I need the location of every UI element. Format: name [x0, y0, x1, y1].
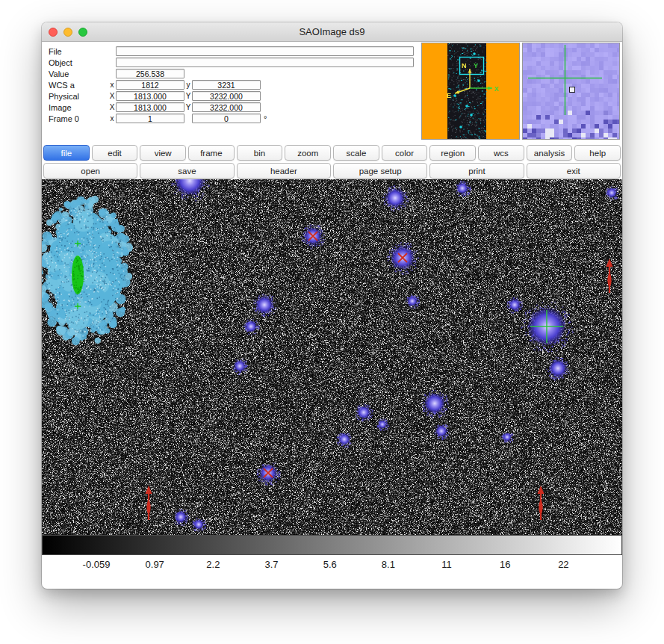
menu-bin[interactable]: bin	[237, 145, 283, 161]
info-row: ImageXY	[49, 102, 414, 113]
info-field[interactable]	[192, 114, 261, 123]
info-sublabel: X	[108, 92, 116, 100]
info-label: Object	[49, 58, 108, 67]
menu-view[interactable]: view	[140, 145, 186, 161]
info-field[interactable]	[192, 102, 261, 112]
info-field[interactable]	[116, 58, 414, 67]
info-row: Frame 0x°	[49, 113, 414, 124]
action-save[interactable]: save	[140, 163, 234, 179]
info-row: Value	[49, 68, 414, 79]
info-row: File	[49, 46, 414, 57]
menu-region[interactable]: region	[429, 145, 476, 161]
menu-frame[interactable]: frame	[188, 145, 235, 161]
maximize-button[interactable]	[78, 28, 87, 37]
info-row: Object	[49, 57, 414, 68]
info-label: Physical	[49, 92, 108, 101]
info-field[interactable]	[192, 91, 261, 101]
window-title: SAOImage ds9	[299, 26, 364, 37]
magnifier	[522, 43, 620, 140]
colorbar-tick-label: 3.7	[264, 559, 278, 570]
colorbar-tick-label: 2.2	[206, 559, 220, 570]
magnifier-canvas	[523, 43, 619, 139]
menu-analysis[interactable]: analysis	[527, 145, 573, 161]
action-bar: opensaveheaderpage setupprintexit	[42, 161, 622, 179]
degree-symbol: °	[264, 114, 267, 123]
info-label: Frame 0	[49, 114, 108, 123]
menu-bar: fileeditviewframebinzoomscalecolorregion…	[42, 143, 622, 161]
colorbar-tick-label: 11	[441, 559, 452, 570]
info-field[interactable]	[116, 114, 184, 123]
title-bar[interactable]: SAOImage ds9	[42, 22, 622, 42]
traffic-lights	[49, 28, 87, 37]
info-label: File	[49, 47, 108, 56]
colorbar-tick-label: 0.97	[146, 559, 164, 570]
info-sublabel: Y	[184, 103, 192, 111]
info-label: Image	[49, 103, 108, 112]
info-field[interactable]	[116, 69, 184, 78]
info-label: WCS a	[49, 81, 108, 90]
info-sublabel: X	[108, 103, 116, 111]
menu-zoom[interactable]: zoom	[285, 145, 331, 161]
panner[interactable]	[421, 43, 520, 140]
info-field[interactable]	[116, 91, 184, 101]
action-page-setup[interactable]: page setup	[333, 163, 427, 179]
info-field[interactable]	[116, 46, 414, 56]
menu-scale[interactable]: scale	[333, 145, 379, 161]
info-panel: FileObjectValueWCS axyPhysicalXYImageXYF…	[49, 46, 414, 124]
action-exit[interactable]: exit	[527, 163, 621, 179]
ds9-window: SAOImage ds9 FileObjectValueWCS axyPhysi…	[42, 22, 622, 589]
info-sublabel: x	[108, 114, 116, 123]
info-section: FileObjectValueWCS axyPhysicalXYImageXYF…	[42, 42, 622, 143]
info-row: WCS axy	[49, 79, 414, 90]
info-field[interactable]	[116, 80, 184, 90]
info-sublabel: x	[108, 81, 116, 89]
menu-edit[interactable]: edit	[92, 145, 138, 161]
colorbar-tick-label: 5.6	[323, 559, 337, 570]
colorbar[interactable]	[42, 535, 622, 555]
colorbar-tick-label: 22	[558, 559, 568, 570]
panner-canvas[interactable]	[422, 43, 519, 139]
info-field[interactable]	[192, 80, 261, 90]
info-sublabel: y	[184, 81, 192, 89]
info-sublabel: Y	[184, 92, 192, 100]
menu-wcs[interactable]: wcs	[478, 145, 524, 161]
colorbar-tick-label: 8.1	[382, 559, 395, 570]
menu-help[interactable]: help	[574, 145, 621, 161]
info-label: Value	[49, 69, 108, 78]
colorbar-scale: -0.0590.972.23.75.68.1111622	[42, 555, 622, 576]
action-print[interactable]: print	[429, 163, 524, 179]
action-header[interactable]: header	[237, 163, 331, 179]
info-row: PhysicalXY	[49, 90, 414, 102]
close-button[interactable]	[49, 28, 58, 37]
action-open[interactable]: open	[43, 163, 137, 179]
minimize-button[interactable]	[63, 28, 72, 37]
image-display[interactable]	[42, 179, 622, 535]
menu-file[interactable]: file	[43, 145, 90, 161]
sky-canvas[interactable]	[42, 179, 622, 535]
menu-color[interactable]: color	[382, 145, 428, 161]
colorbar-tick-label: -0.059	[83, 559, 111, 570]
info-field[interactable]	[116, 102, 184, 112]
colorbar-tick-label: 16	[500, 559, 510, 570]
